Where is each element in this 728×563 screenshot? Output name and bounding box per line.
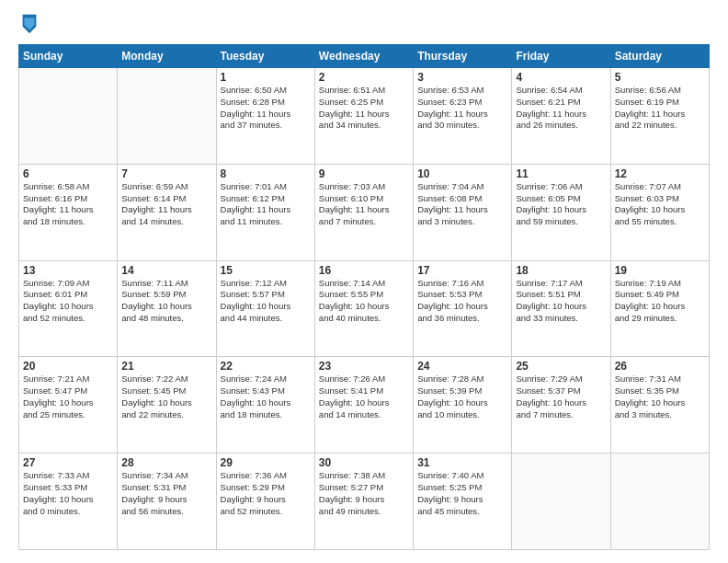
cell-details: Sunrise: 7:03 AMSunset: 6:10 PMDaylight:… [319, 181, 409, 228]
calendar-cell [118, 68, 216, 165]
calendar-cell: 23Sunrise: 7:26 AMSunset: 5:41 PMDayligh… [314, 357, 413, 454]
cell-details: Sunrise: 6:59 AMSunset: 6:14 PMDaylight:… [121, 181, 211, 228]
day-number: 15 [221, 264, 311, 277]
calendar-week-row: 1Sunrise: 6:50 AMSunset: 6:28 PMDaylight… [19, 68, 710, 165]
calendar-cell: 12Sunrise: 7:07 AMSunset: 6:03 PMDayligh… [610, 164, 709, 260]
calendar-cell: 1Sunrise: 6:50 AMSunset: 6:28 PMDaylight… [216, 68, 314, 165]
calendar-cell: 18Sunrise: 7:17 AMSunset: 5:51 PMDayligh… [512, 260, 610, 357]
calendar-cell: 21Sunrise: 7:22 AMSunset: 5:45 PMDayligh… [118, 357, 216, 454]
cell-details: Sunrise: 7:07 AMSunset: 6:03 PMDaylight:… [615, 181, 705, 228]
day-number: 31 [417, 456, 507, 469]
logo [18, 17, 39, 35]
calendar-cell: 17Sunrise: 7:16 AMSunset: 5:53 PMDayligh… [414, 260, 512, 357]
calendar-cell: 13Sunrise: 7:09 AMSunset: 6:01 PMDayligh… [19, 260, 118, 357]
cell-details: Sunrise: 7:34 AMSunset: 5:31 PMDaylight:… [121, 470, 211, 517]
day-number: 11 [516, 167, 606, 180]
calendar-week-row: 20Sunrise: 7:21 AMSunset: 5:47 PMDayligh… [19, 357, 710, 454]
weekday-header: Monday [118, 45, 216, 68]
weekday-header: Tuesday [216, 45, 314, 68]
day-number: 10 [417, 167, 507, 180]
day-number: 27 [23, 456, 113, 469]
calendar-cell: 26Sunrise: 7:31 AMSunset: 5:35 PMDayligh… [610, 357, 709, 454]
calendar-cell: 16Sunrise: 7:14 AMSunset: 5:55 PMDayligh… [314, 260, 413, 357]
calendar-cell: 27Sunrise: 7:33 AMSunset: 5:33 PMDayligh… [19, 454, 118, 550]
cell-details: Sunrise: 7:22 AMSunset: 5:45 PMDaylight:… [121, 373, 211, 420]
day-number: 13 [23, 264, 113, 277]
day-number: 1 [221, 71, 311, 84]
cell-details: Sunrise: 7:09 AMSunset: 6:01 PMDaylight:… [23, 278, 113, 325]
cell-details: Sunrise: 7:19 AMSunset: 5:49 PMDaylight:… [615, 278, 705, 325]
day-number: 30 [319, 456, 409, 469]
calendar-cell: 24Sunrise: 7:28 AMSunset: 5:39 PMDayligh… [414, 357, 512, 454]
cell-details: Sunrise: 7:26 AMSunset: 5:41 PMDaylight:… [319, 373, 409, 420]
calendar-cell: 14Sunrise: 7:11 AMSunset: 5:59 PMDayligh… [118, 260, 216, 357]
calendar-cell: 15Sunrise: 7:12 AMSunset: 5:57 PMDayligh… [216, 260, 314, 357]
calendar-cell: 19Sunrise: 7:19 AMSunset: 5:49 PMDayligh… [610, 260, 709, 357]
calendar-cell: 29Sunrise: 7:36 AMSunset: 5:29 PMDayligh… [216, 454, 314, 550]
weekday-header: Friday [512, 45, 610, 68]
day-number: 14 [121, 264, 211, 277]
cell-details: Sunrise: 7:17 AMSunset: 5:51 PMDaylight:… [516, 278, 606, 325]
calendar-cell [512, 454, 610, 550]
calendar-header-row: SundayMondayTuesdayWednesdayThursdayFrid… [19, 45, 710, 68]
weekday-header: Wednesday [314, 45, 413, 68]
weekday-header: Saturday [610, 45, 709, 68]
day-number: 20 [23, 360, 113, 373]
day-number: 3 [417, 71, 507, 84]
cell-details: Sunrise: 7:01 AMSunset: 6:12 PMDaylight:… [221, 181, 311, 228]
day-number: 28 [121, 456, 211, 469]
cell-details: Sunrise: 7:11 AMSunset: 5:59 PMDaylight:… [121, 278, 211, 325]
calendar-cell: 4Sunrise: 6:54 AMSunset: 6:21 PMDaylight… [512, 68, 610, 165]
logo-icon [20, 13, 39, 35]
day-number: 29 [221, 456, 311, 469]
day-number: 23 [319, 360, 409, 373]
cell-details: Sunrise: 7:21 AMSunset: 5:47 PMDaylight:… [23, 373, 113, 420]
cell-details: Sunrise: 6:53 AMSunset: 6:23 PMDaylight:… [417, 85, 507, 132]
calendar-cell: 28Sunrise: 7:34 AMSunset: 5:31 PMDayligh… [118, 454, 216, 550]
calendar-table: SundayMondayTuesdayWednesdayThursdayFrid… [18, 44, 710, 550]
day-number: 9 [319, 167, 409, 180]
calendar-cell: 3Sunrise: 6:53 AMSunset: 6:23 PMDaylight… [414, 68, 512, 165]
cell-details: Sunrise: 7:14 AMSunset: 5:55 PMDaylight:… [319, 278, 409, 325]
calendar-week-row: 6Sunrise: 6:58 AMSunset: 6:16 PMDaylight… [19, 164, 710, 260]
day-number: 21 [121, 360, 211, 373]
day-number: 24 [417, 360, 507, 373]
cell-details: Sunrise: 7:12 AMSunset: 5:57 PMDaylight:… [221, 278, 311, 325]
calendar-cell [610, 454, 709, 550]
weekday-header: Sunday [19, 45, 118, 68]
calendar-cell [19, 68, 118, 165]
calendar-cell: 6Sunrise: 6:58 AMSunset: 6:16 PMDaylight… [19, 164, 118, 260]
calendar-cell: 22Sunrise: 7:24 AMSunset: 5:43 PMDayligh… [216, 357, 314, 454]
cell-details: Sunrise: 7:29 AMSunset: 5:37 PMDaylight:… [516, 373, 606, 420]
weekday-header: Thursday [414, 45, 512, 68]
cell-details: Sunrise: 7:28 AMSunset: 5:39 PMDaylight:… [417, 373, 507, 420]
calendar-cell: 2Sunrise: 6:51 AMSunset: 6:25 PMDaylight… [314, 68, 413, 165]
day-number: 26 [615, 360, 705, 373]
cell-details: Sunrise: 7:31 AMSunset: 5:35 PMDaylight:… [615, 373, 705, 420]
header [18, 17, 710, 35]
cell-details: Sunrise: 7:40 AMSunset: 5:25 PMDaylight:… [417, 470, 507, 517]
calendar-cell: 20Sunrise: 7:21 AMSunset: 5:47 PMDayligh… [19, 357, 118, 454]
cell-details: Sunrise: 6:54 AMSunset: 6:21 PMDaylight:… [516, 85, 606, 132]
calendar-cell: 5Sunrise: 6:56 AMSunset: 6:19 PMDaylight… [610, 68, 709, 165]
cell-details: Sunrise: 7:16 AMSunset: 5:53 PMDaylight:… [417, 278, 507, 325]
cell-details: Sunrise: 7:33 AMSunset: 5:33 PMDaylight:… [23, 470, 113, 517]
cell-details: Sunrise: 7:06 AMSunset: 6:05 PMDaylight:… [516, 181, 606, 228]
cell-details: Sunrise: 6:56 AMSunset: 6:19 PMDaylight:… [615, 85, 705, 132]
day-number: 4 [516, 71, 606, 84]
day-number: 17 [417, 264, 507, 277]
cell-details: Sunrise: 7:04 AMSunset: 6:08 PMDaylight:… [417, 181, 507, 228]
day-number: 2 [319, 71, 409, 84]
calendar-cell: 25Sunrise: 7:29 AMSunset: 5:37 PMDayligh… [512, 357, 610, 454]
calendar-cell: 9Sunrise: 7:03 AMSunset: 6:10 PMDaylight… [314, 164, 413, 260]
cell-details: Sunrise: 6:51 AMSunset: 6:25 PMDaylight:… [319, 85, 409, 132]
day-number: 5 [615, 71, 705, 84]
day-number: 22 [221, 360, 311, 373]
calendar-cell: 7Sunrise: 6:59 AMSunset: 6:14 PMDaylight… [118, 164, 216, 260]
cell-details: Sunrise: 6:50 AMSunset: 6:28 PMDaylight:… [221, 85, 311, 132]
day-number: 25 [516, 360, 606, 373]
day-number: 18 [516, 264, 606, 277]
day-number: 19 [615, 264, 705, 277]
calendar-cell: 30Sunrise: 7:38 AMSunset: 5:27 PMDayligh… [314, 454, 413, 550]
calendar-cell: 8Sunrise: 7:01 AMSunset: 6:12 PMDaylight… [216, 164, 314, 260]
